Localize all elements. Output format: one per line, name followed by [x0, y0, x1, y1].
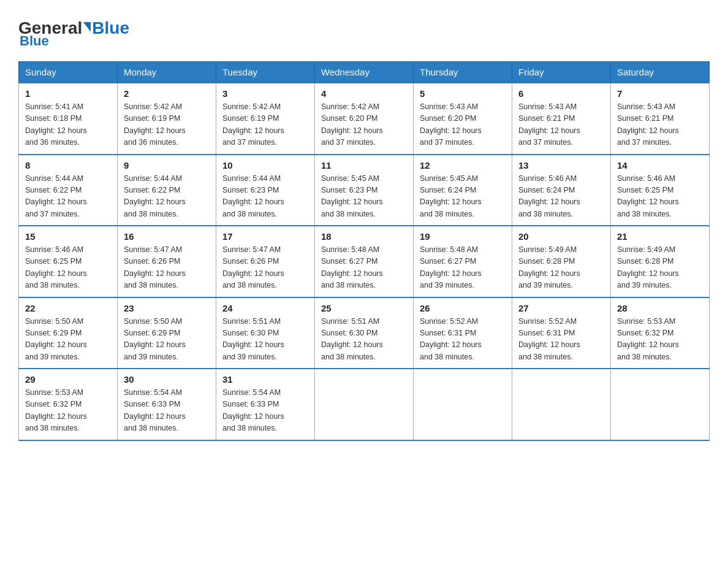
- table-row: 17 Sunrise: 5:47 AM Sunset: 6:26 PM Dayl…: [216, 226, 315, 297]
- logo: General Blue Blue: [18, 18, 129, 49]
- day-number: 18: [321, 231, 407, 242]
- day-info: Sunrise: 5:54 AM Sunset: 6:33 PM Dayligh…: [124, 387, 210, 435]
- table-row: 26 Sunrise: 5:52 AM Sunset: 6:31 PM Dayl…: [414, 297, 512, 369]
- day-number: 25: [321, 303, 407, 313]
- day-number: 10: [222, 160, 308, 170]
- day-info: Sunrise: 5:52 AM Sunset: 6:31 PM Dayligh…: [518, 316, 604, 364]
- day-info: Sunrise: 5:42 AM Sunset: 6:19 PM Dayligh…: [222, 101, 308, 149]
- table-row: 24 Sunrise: 5:51 AM Sunset: 6:30 PM Dayl…: [216, 297, 315, 369]
- calendar-week-row: 22 Sunrise: 5:50 AM Sunset: 6:29 PM Dayl…: [19, 297, 710, 369]
- table-row: 14 Sunrise: 5:46 AM Sunset: 6:25 PM Dayl…: [611, 155, 710, 226]
- day-number: 3: [222, 88, 308, 99]
- day-number: 27: [518, 303, 604, 313]
- day-info: Sunrise: 5:53 AM Sunset: 6:32 PM Dayligh…: [617, 316, 703, 364]
- col-thursday: Thursday: [414, 62, 512, 83]
- day-info: Sunrise: 5:49 AM Sunset: 6:28 PM Dayligh…: [617, 244, 703, 292]
- day-number: 6: [518, 88, 604, 99]
- day-number: 24: [222, 303, 308, 313]
- day-number: 29: [25, 374, 111, 385]
- table-row: 21 Sunrise: 5:49 AM Sunset: 6:28 PM Dayl…: [611, 226, 710, 297]
- logo-arrow-icon: [83, 22, 91, 32]
- table-row: 31 Sunrise: 5:54 AM Sunset: 6:33 PM Dayl…: [216, 369, 315, 440]
- day-info: Sunrise: 5:51 AM Sunset: 6:30 PM Dayligh…: [321, 316, 407, 364]
- day-number: 26: [420, 303, 506, 313]
- day-info: Sunrise: 5:41 AM Sunset: 6:18 PM Dayligh…: [25, 101, 111, 149]
- day-number: 12: [420, 160, 506, 170]
- table-row: 9 Sunrise: 5:44 AM Sunset: 6:22 PM Dayli…: [118, 155, 216, 226]
- day-info: Sunrise: 5:44 AM Sunset: 6:22 PM Dayligh…: [124, 173, 210, 221]
- calendar-week-row: 29 Sunrise: 5:53 AM Sunset: 6:32 PM Dayl…: [19, 369, 710, 440]
- day-info: Sunrise: 5:48 AM Sunset: 6:27 PM Dayligh…: [420, 244, 506, 292]
- table-row: 18 Sunrise: 5:48 AM Sunset: 6:27 PM Dayl…: [315, 226, 414, 297]
- day-info: Sunrise: 5:46 AM Sunset: 6:25 PM Dayligh…: [25, 244, 111, 292]
- day-number: 31: [222, 374, 308, 385]
- day-number: 19: [420, 231, 506, 242]
- day-number: 4: [321, 88, 407, 99]
- table-row: 7 Sunrise: 5:43 AM Sunset: 6:21 PM Dayli…: [611, 83, 710, 155]
- logo-blue-text: Blue: [92, 18, 129, 38]
- day-number: 11: [321, 160, 407, 170]
- day-info: Sunrise: 5:52 AM Sunset: 6:31 PM Dayligh…: [420, 316, 506, 364]
- table-row: 29 Sunrise: 5:53 AM Sunset: 6:32 PM Dayl…: [19, 369, 118, 440]
- table-row: 1 Sunrise: 5:41 AM Sunset: 6:18 PM Dayli…: [19, 83, 118, 155]
- day-number: 13: [518, 160, 604, 170]
- day-info: Sunrise: 5:42 AM Sunset: 6:19 PM Dayligh…: [124, 101, 210, 149]
- day-info: Sunrise: 5:49 AM Sunset: 6:28 PM Dayligh…: [518, 244, 604, 292]
- table-row: 11 Sunrise: 5:45 AM Sunset: 6:23 PM Dayl…: [315, 155, 414, 226]
- day-info: Sunrise: 5:43 AM Sunset: 6:20 PM Dayligh…: [420, 101, 506, 149]
- table-row: 10 Sunrise: 5:44 AM Sunset: 6:23 PM Dayl…: [216, 155, 315, 226]
- table-row: [512, 369, 611, 440]
- day-info: Sunrise: 5:51 AM Sunset: 6:30 PM Dayligh…: [222, 316, 308, 364]
- table-row: 20 Sunrise: 5:49 AM Sunset: 6:28 PM Dayl…: [512, 226, 611, 297]
- col-tuesday: Tuesday: [216, 62, 315, 83]
- day-info: Sunrise: 5:46 AM Sunset: 6:24 PM Dayligh…: [518, 173, 604, 221]
- table-row: [414, 369, 512, 440]
- calendar-header-row: Sunday Monday Tuesday Wednesday Thursday…: [19, 62, 710, 83]
- day-number: 9: [124, 160, 210, 170]
- table-row: 4 Sunrise: 5:42 AM Sunset: 6:20 PM Dayli…: [315, 83, 414, 155]
- table-row: 19 Sunrise: 5:48 AM Sunset: 6:27 PM Dayl…: [414, 226, 512, 297]
- table-row: 16 Sunrise: 5:47 AM Sunset: 6:26 PM Dayl…: [118, 226, 216, 297]
- table-row: 3 Sunrise: 5:42 AM Sunset: 6:19 PM Dayli…: [216, 83, 315, 155]
- table-row: 15 Sunrise: 5:46 AM Sunset: 6:25 PM Dayl…: [19, 226, 118, 297]
- table-row: 13 Sunrise: 5:46 AM Sunset: 6:24 PM Dayl…: [512, 155, 611, 226]
- day-number: 8: [25, 160, 111, 170]
- calendar-week-row: 15 Sunrise: 5:46 AM Sunset: 6:25 PM Dayl…: [19, 226, 710, 297]
- day-number: 7: [617, 88, 703, 99]
- calendar-table: Sunday Monday Tuesday Wednesday Thursday…: [18, 61, 710, 441]
- table-row: 5 Sunrise: 5:43 AM Sunset: 6:20 PM Dayli…: [414, 83, 512, 155]
- table-row: 30 Sunrise: 5:54 AM Sunset: 6:33 PM Dayl…: [118, 369, 216, 440]
- day-info: Sunrise: 5:45 AM Sunset: 6:23 PM Dayligh…: [321, 173, 407, 221]
- day-info: Sunrise: 5:47 AM Sunset: 6:26 PM Dayligh…: [222, 244, 308, 292]
- table-row: 12 Sunrise: 5:45 AM Sunset: 6:24 PM Dayl…: [414, 155, 512, 226]
- table-row: 8 Sunrise: 5:44 AM Sunset: 6:22 PM Dayli…: [19, 155, 118, 226]
- table-row: 23 Sunrise: 5:50 AM Sunset: 6:29 PM Dayl…: [118, 297, 216, 369]
- calendar-week-row: 1 Sunrise: 5:41 AM Sunset: 6:18 PM Dayli…: [19, 83, 710, 155]
- day-info: Sunrise: 5:50 AM Sunset: 6:29 PM Dayligh…: [25, 316, 111, 364]
- col-wednesday: Wednesday: [315, 62, 414, 83]
- day-number: 23: [124, 303, 210, 313]
- table-row: [315, 369, 414, 440]
- table-row: 22 Sunrise: 5:50 AM Sunset: 6:29 PM Dayl…: [19, 297, 118, 369]
- table-row: 27 Sunrise: 5:52 AM Sunset: 6:31 PM Dayl…: [512, 297, 611, 369]
- col-saturday: Saturday: [611, 62, 710, 83]
- day-number: 21: [617, 231, 703, 242]
- col-friday: Friday: [512, 62, 611, 83]
- table-row: 28 Sunrise: 5:53 AM Sunset: 6:32 PM Dayl…: [611, 297, 710, 369]
- day-info: Sunrise: 5:43 AM Sunset: 6:21 PM Dayligh…: [617, 101, 703, 149]
- page-header: General Blue Blue: [18, 18, 710, 49]
- day-number: 5: [420, 88, 506, 99]
- day-info: Sunrise: 5:54 AM Sunset: 6:33 PM Dayligh…: [222, 387, 308, 435]
- day-number: 16: [124, 231, 210, 242]
- day-info: Sunrise: 5:53 AM Sunset: 6:32 PM Dayligh…: [25, 387, 111, 435]
- day-info: Sunrise: 5:45 AM Sunset: 6:24 PM Dayligh…: [420, 173, 506, 221]
- logo-underline: Blue: [20, 33, 49, 49]
- day-number: 1: [25, 88, 111, 99]
- col-monday: Monday: [118, 62, 216, 83]
- day-number: 14: [617, 160, 703, 170]
- day-info: Sunrise: 5:43 AM Sunset: 6:21 PM Dayligh…: [518, 101, 604, 149]
- day-info: Sunrise: 5:48 AM Sunset: 6:27 PM Dayligh…: [321, 244, 407, 292]
- table-row: 6 Sunrise: 5:43 AM Sunset: 6:21 PM Dayli…: [512, 83, 611, 155]
- day-info: Sunrise: 5:47 AM Sunset: 6:26 PM Dayligh…: [124, 244, 210, 292]
- day-info: Sunrise: 5:44 AM Sunset: 6:22 PM Dayligh…: [25, 173, 111, 221]
